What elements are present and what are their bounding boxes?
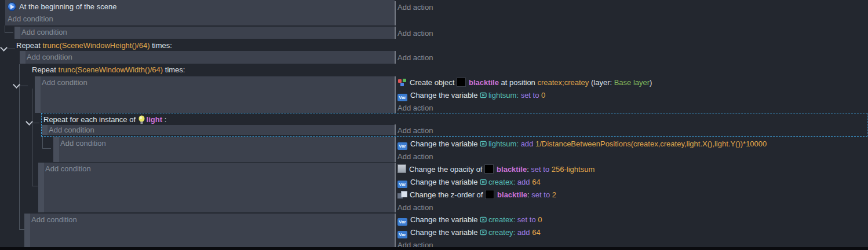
- layer-name: Base layer: [614, 78, 650, 87]
- z-order-icon: [397, 191, 407, 199]
- blacktile-object-icon: [484, 164, 494, 174]
- action-set-createx[interactable]: VarChange the variable createx: set to 0: [397, 214, 542, 226]
- indent-guide: [33, 123, 39, 123]
- variable-icon: Var: [397, 94, 407, 101]
- opacity-event-conditions: Add condition: [38, 163, 395, 212]
- condition-begin-scene[interactable]: At the beginning of the scene: [8, 1, 116, 13]
- opacity-icon: [397, 164, 406, 173]
- action-add-createx[interactable]: VarChange the variable createx: add 64: [397, 176, 541, 188]
- value: 0: [541, 91, 545, 100]
- indent-guide: [42, 136, 51, 149]
- action-text: Change the variable: [410, 178, 480, 186]
- variable-badge-label: Var: [399, 182, 406, 187]
- conditions-actions-divider[interactable]: [395, 124, 396, 135]
- blacktile-object-icon: [485, 190, 494, 199]
- action-text: :: [513, 178, 517, 186]
- add-condition-link[interactable]: Add condition: [60, 138, 106, 149]
- variable-badge-label: Var: [399, 219, 406, 225]
- action-add-createy[interactable]: VarChange the variable createy: add 64: [397, 226, 541, 238]
- scene-variable-icon: [480, 92, 487, 100]
- add-condition-link[interactable]: Add condition: [27, 52, 72, 62]
- action-text: Change the variable: [410, 215, 480, 224]
- repeat-suffix: times:: [163, 65, 185, 74]
- add-action-link[interactable]: Add action: [397, 201, 433, 214]
- variable-badge-label: Var: [399, 95, 406, 100]
- event-drag-handle[interactable]: [14, 27, 20, 39]
- add-action-link[interactable]: Add action: [397, 124, 433, 137]
- value: 2: [552, 190, 556, 199]
- conditions-actions-divider[interactable]: [395, 76, 396, 113]
- add-action-link[interactable]: Add action: [397, 150, 433, 163]
- action-create-object[interactable]: Create object blacktile at position crea…: [397, 76, 652, 89]
- conditions-actions-divider[interactable]: [395, 163, 396, 212]
- variable-badge-label: Var: [399, 144, 406, 149]
- add-condition-link[interactable]: Add condition: [31, 215, 77, 225]
- operator: add: [521, 139, 535, 148]
- repeat-height-event-header[interactable]: Repeat trunc(SceneWindowHeight()/64) tim…: [16, 40, 172, 52]
- indent-guide: [5, 25, 13, 33]
- repeat-suffix: times:: [150, 41, 172, 50]
- collapse-chevron-repeat-height[interactable]: [0, 44, 8, 52]
- value: 0: [538, 215, 542, 224]
- conditions-actions-divider[interactable]: [395, 27, 396, 39]
- action-set-zorder[interactable]: Change the z-order of blacktile: set to …: [397, 189, 556, 201]
- value: 64: [532, 178, 540, 186]
- variable-name: lightsum: [488, 91, 516, 100]
- repeat-suffix: :: [162, 115, 166, 124]
- repeat-width-event-header[interactable]: Repeat trunc(SceneWindowWidth()/64) time…: [32, 64, 185, 76]
- scene-variable-icon: [480, 229, 487, 237]
- repeat-keyword: Repeat: [32, 65, 59, 74]
- event-drag-handle[interactable]: [38, 163, 44, 212]
- empty-event-conditions: Add condition: [14, 27, 395, 39]
- variable-name: createy: [488, 228, 513, 237]
- object-name: light: [147, 115, 162, 124]
- event-drag-handle[interactable]: [20, 51, 25, 64]
- object-name: blacktile: [497, 165, 527, 174]
- action-set-opacity[interactable]: Change the opacity of blacktile: set to …: [397, 163, 595, 175]
- conditions-actions-divider[interactable]: [395, 137, 396, 162]
- value-expression: 256-lightsum: [552, 165, 595, 174]
- action-text: :: [513, 228, 517, 237]
- action-set-lightsum[interactable]: VarChange the variable lightsum: set to …: [397, 89, 545, 101]
- event-drag-handle[interactable]: [42, 125, 48, 135]
- action-text: Change the variable: [410, 139, 480, 148]
- event-drag-handle[interactable]: [35, 76, 41, 113]
- repeat-expression: trunc(SceneWindowWidth()/64): [59, 65, 163, 74]
- event-drag-handle[interactable]: [53, 137, 59, 162]
- operator: set to: [531, 190, 552, 199]
- action-add-lightsum[interactable]: VarChange the variable lightsum: add 1/D…: [397, 138, 767, 150]
- operator: add: [517, 228, 532, 237]
- add-action-link[interactable]: Add action: [397, 52, 433, 64]
- scene-variable-icon: [480, 179, 487, 186]
- variable-icon: Var: [397, 218, 407, 226]
- object-name: blacktile: [497, 190, 527, 199]
- add-condition-link[interactable]: Add condition: [8, 14, 53, 24]
- action-text: (layer:: [589, 78, 614, 87]
- add-condition-link[interactable]: Add condition: [42, 78, 87, 88]
- conditions-actions-divider[interactable]: [395, 51, 396, 64]
- variable-icon: Var: [397, 181, 407, 188]
- variable-name: createx: [488, 178, 513, 186]
- repeat-keyword: Repeat for each instance of: [43, 115, 138, 124]
- variable-icon: Var: [397, 142, 407, 150]
- for-each-event-header[interactable]: Repeat for each instance of light :: [43, 114, 166, 126]
- bottom-bar: [0, 247, 868, 250]
- action-text: Change the opacity of: [409, 165, 484, 174]
- add-condition-link[interactable]: Add condition: [21, 27, 67, 38]
- add-condition-link[interactable]: Add condition: [49, 125, 94, 135]
- operator: add: [517, 178, 532, 186]
- event-drag-handle[interactable]: [24, 214, 30, 247]
- repeat-height-conditions: Add condition: [20, 51, 395, 64]
- conditions-actions-divider[interactable]: [395, 214, 396, 247]
- gdevelop-events-sheet: At the beginning of the scene Add condit…: [0, 0, 868, 250]
- operator: set to: [517, 215, 538, 224]
- action-text: :: [513, 215, 517, 224]
- add-action-link[interactable]: Add action: [397, 1, 433, 13]
- add-action-link[interactable]: Add action: [397, 27, 433, 39]
- add-action-link[interactable]: Add action: [397, 102, 433, 114]
- add-condition-link[interactable]: Add condition: [45, 164, 91, 174]
- begin-event-conditions: At the beginning of the scene Add condit…: [5, 0, 395, 25]
- repeat-expression: trunc(SceneWindowHeight()/64): [43, 41, 150, 50]
- conditions-actions-divider[interactable]: [395, 1, 396, 25]
- object-name: blacktile: [469, 78, 499, 87]
